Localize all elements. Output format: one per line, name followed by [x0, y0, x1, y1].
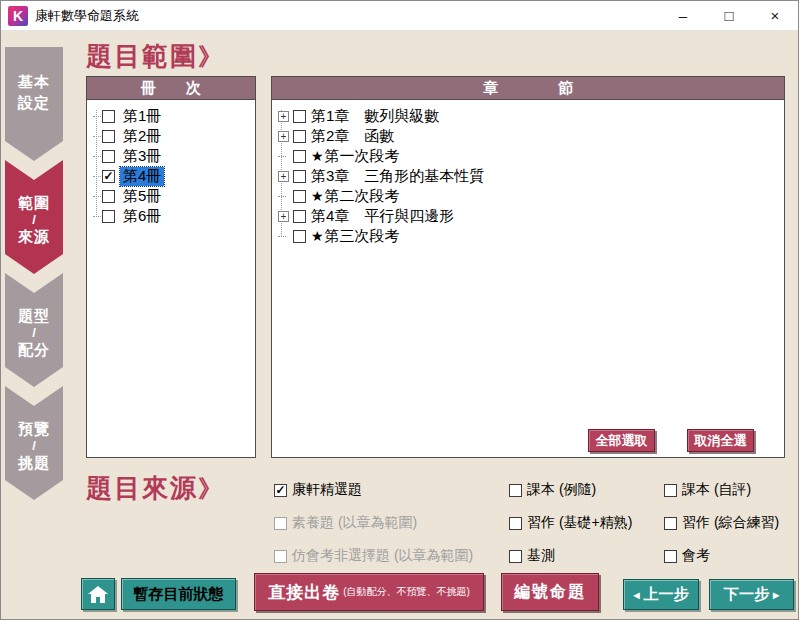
volume-panel: 冊 次 第1冊第2冊第3冊第4冊第5冊第6冊	[86, 76, 256, 458]
save-state-button[interactable]: 暫存目前狀態	[121, 578, 236, 610]
volume-item[interactable]: 第4冊	[87, 166, 255, 186]
chapter-checkbox[interactable]	[293, 210, 306, 223]
chapter-checkbox[interactable]	[293, 170, 306, 183]
direct-exam-label: 直接出卷	[268, 581, 340, 604]
scope-section-heading: 題目範圍》	[86, 39, 224, 74]
direct-exam-button[interactable]: 直接出卷 (自動配分、不預覽、不挑題)	[254, 573, 484, 611]
chapter-checkbox[interactable]	[293, 150, 306, 163]
chapter-checkbox[interactable]	[293, 110, 306, 123]
source-checkbox[interactable]	[274, 550, 287, 563]
source-section-heading: 題目來源》	[86, 471, 224, 506]
tree-stub	[93, 216, 101, 217]
chapter-item[interactable]: ★第二次段考	[272, 186, 784, 206]
volume-label[interactable]: 第5冊	[120, 187, 164, 206]
expand-icon[interactable]: +	[278, 111, 289, 122]
expand-icon[interactable]: +	[278, 131, 289, 142]
volume-item[interactable]: 第5冊	[87, 186, 255, 206]
volume-label[interactable]: 第6冊	[120, 207, 164, 226]
chapter-title: 平行與四邊形	[364, 207, 454, 226]
close-button[interactable]: ×	[752, 1, 798, 30]
volume-label[interactable]: 第2冊	[120, 127, 164, 146]
chapter-item[interactable]: +第4章平行與四邊形	[272, 206, 784, 226]
left-arrow-icon: ◂	[633, 588, 639, 602]
volume-item[interactable]: 第1冊	[87, 106, 255, 126]
chapter-item[interactable]: ★第一次段考	[272, 146, 784, 166]
numbered-exam-button[interactable]: 編號命題	[501, 573, 599, 611]
chapter-item[interactable]: +第2章函數	[272, 126, 784, 146]
source-option[interactable]: 課本 (例隨)	[509, 480, 632, 500]
volume-checkbox[interactable]	[102, 210, 115, 223]
window-controls: – □ ×	[660, 1, 798, 30]
source-checkbox[interactable]	[664, 484, 677, 497]
star-icon: ★	[311, 188, 324, 204]
chapter-panel-header: 章 節	[272, 77, 784, 100]
volume-checkbox[interactable]	[102, 190, 115, 203]
tree-stub	[278, 156, 286, 157]
home-button[interactable]	[81, 578, 115, 610]
previous-step-button[interactable]: ◂ 上一步	[623, 579, 699, 610]
source-checkbox[interactable]	[274, 517, 287, 530]
source-column-3: 課本 (自評)習作 (綜合練習)會考	[664, 480, 779, 579]
volume-label[interactable]: 第3冊	[120, 147, 164, 166]
tree-stub	[93, 156, 101, 157]
source-checkbox[interactable]	[509, 484, 522, 497]
chapter-title: 第二次段考	[325, 187, 400, 206]
chapter-title: 三角形的基本性質	[364, 167, 484, 186]
chapter-item[interactable]: +第3章三角形的基本性質	[272, 166, 784, 186]
sidebar-tab-types[interactable]: 題型/配分	[5, 273, 63, 387]
source-option[interactable]: 會考	[664, 546, 779, 566]
source-checkbox[interactable]	[664, 517, 677, 530]
volume-label[interactable]: 第4冊	[120, 167, 164, 186]
source-option[interactable]: 素養題 (以章為範圍)	[274, 513, 473, 533]
source-checkbox[interactable]	[509, 550, 522, 563]
deselect-all-button[interactable]: 取消全選	[687, 429, 754, 452]
sidebar-tab-label: /	[5, 439, 63, 452]
sidebar-tab-label: 來源	[5, 226, 63, 247]
chapter-checkbox[interactable]	[293, 130, 306, 143]
source-column-2: 課本 (例隨)習作 (基礎+精熟)基測	[509, 480, 632, 579]
star-icon: ★	[311, 148, 324, 164]
direct-exam-sublabel: (自動配分、不預覽、不挑題)	[343, 585, 470, 599]
source-option[interactable]: 習作 (綜合練習)	[664, 513, 779, 533]
expand-icon[interactable]: +	[278, 171, 289, 182]
volume-checkbox[interactable]	[102, 110, 115, 123]
app-window: K 康軒數學命題系統 – □ × 基本設定範圍/來源題型/配分預覽/挑題 題目範…	[0, 0, 799, 620]
minimize-button[interactable]: –	[660, 1, 706, 30]
source-option[interactable]: 習作 (基礎+精熟)	[509, 513, 632, 533]
sidebar-tab-label: /	[5, 326, 63, 339]
volume-item[interactable]: 第3冊	[87, 146, 255, 166]
volume-checkbox[interactable]	[102, 130, 115, 143]
source-option[interactable]: 課本 (自評)	[664, 480, 779, 500]
scope-heading-text: 題目範圍	[86, 41, 198, 71]
sidebar-tab-label: 配分	[5, 339, 63, 360]
sidebar-tab-scope[interactable]: 範圍/來源	[5, 160, 63, 274]
chapter-title: 函數	[364, 127, 394, 146]
next-step-button[interactable]: 下一步 ▸	[709, 579, 794, 610]
volume-checkbox[interactable]	[102, 150, 115, 163]
source-checkbox[interactable]	[509, 517, 522, 530]
volume-item[interactable]: 第2冊	[87, 126, 255, 146]
source-option[interactable]: 康軒精選題	[274, 480, 473, 500]
sidebar-tab-basic[interactable]: 基本設定	[5, 47, 63, 161]
chapter-checkbox[interactable]	[293, 230, 306, 243]
volume-checkbox[interactable]	[102, 170, 115, 183]
sidebar-tab-label: 設定	[5, 92, 63, 113]
chapter-title: 第三次段考	[325, 227, 400, 246]
source-option[interactable]: 基測	[509, 546, 632, 566]
source-label: 會考	[682, 547, 710, 565]
source-heading-text: 題目來源	[86, 473, 198, 503]
chapter-checkbox[interactable]	[293, 190, 306, 203]
chapter-item[interactable]: ★第三次段考	[272, 226, 784, 246]
select-all-button[interactable]: 全部選取	[588, 429, 655, 452]
source-option[interactable]: 仿會考非選擇題 (以章為範圍)	[274, 546, 473, 566]
source-label: 基測	[527, 547, 555, 565]
expand-icon[interactable]: +	[278, 211, 289, 222]
chapter-item[interactable]: +第1章數列與級數	[272, 106, 784, 126]
volume-label[interactable]: 第1冊	[120, 107, 164, 126]
volume-item[interactable]: 第6冊	[87, 206, 255, 226]
source-checkbox[interactable]	[274, 484, 287, 497]
sidebar-tab-preview[interactable]: 預覽/挑題	[5, 386, 63, 500]
source-checkbox[interactable]	[664, 550, 677, 563]
maximize-button[interactable]: □	[706, 1, 752, 30]
sidebar-tab-label: 挑題	[5, 452, 63, 473]
